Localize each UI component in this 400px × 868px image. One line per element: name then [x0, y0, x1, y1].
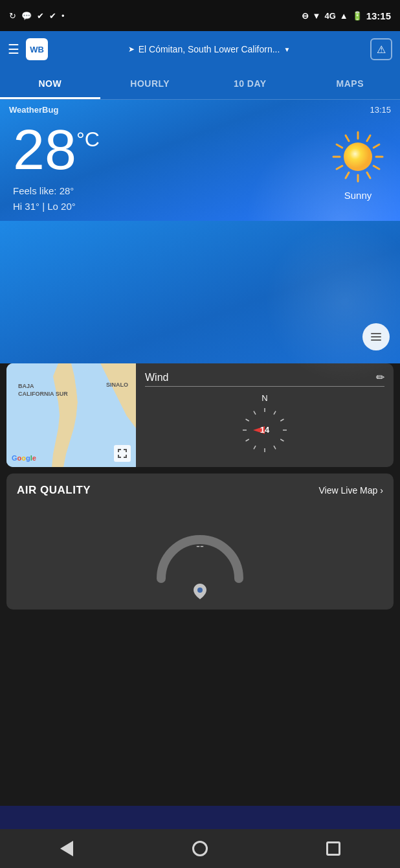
back-button[interactable] [50, 832, 83, 865]
wind-card: BAJA CALIFORNIA SUR SINALO Google Wind ✏ [6, 363, 394, 467]
4g-label: 4G [324, 11, 335, 21]
svg-point-12 [344, 143, 372, 171]
temperature-display: 28 °C [13, 121, 329, 178]
refresh-icon: ↻ [9, 11, 16, 21]
check-icon: ✔ [37, 11, 44, 21]
home-icon [192, 841, 208, 856]
svg-line-30 [246, 419, 249, 421]
tab-10day[interactable]: 10 DAY [200, 67, 300, 99]
wind-info: Wind ✏ N [136, 363, 394, 467]
dot-icon: • [61, 11, 65, 21]
tab-maps[interactable]: MAPS [300, 67, 401, 99]
wind-header: Wind ✏ [145, 371, 384, 383]
wind-title: Wind [145, 372, 168, 383]
whatsapp-icon: 💬 [21, 11, 32, 21]
aq-gauge: -- [148, 514, 252, 578]
svg-line-25 [274, 446, 276, 449]
compass-container: N [145, 393, 384, 456]
map-section: BAJA CALIFORNIA SUR SINALO Google [6, 363, 136, 467]
weather-time: 13:15 [370, 105, 391, 115]
compass: 14 [239, 404, 291, 456]
minus-circle-icon: ⊖ [302, 11, 309, 21]
aq-gauge-area: -- [17, 507, 383, 599]
location-arrow-icon: ➤ [128, 45, 135, 54]
svg-rect-13 [371, 333, 381, 334]
navigation-bar [0, 829, 400, 868]
check-icon-2: ✔ [49, 11, 56, 21]
svg-line-27 [254, 446, 256, 449]
weather-spacer [0, 221, 400, 363]
wind-edit-button[interactable]: ✏ [376, 371, 384, 383]
svg-line-10 [337, 144, 342, 148]
aq-title: AIR QUALITY [17, 484, 91, 497]
svg-line-28 [246, 439, 249, 441]
svg-line-11 [346, 135, 349, 141]
weather-main: WeatherBug 13:15 28 °C Feels like: 28° H… [0, 100, 400, 221]
status-icons-left: ↻ 💬 ✔ ✔ • [9, 11, 65, 21]
expand-icon [118, 449, 127, 458]
temp-number: 28 [13, 121, 76, 178]
svg-line-1 [367, 135, 370, 141]
tab-now[interactable]: NOW [0, 67, 100, 99]
alert-triangle-icon: ⚠ [377, 43, 386, 56]
battery-icon: 🔋 [352, 11, 362, 21]
tab-bar: NOW HOURLY 10 DAY MAPS [0, 67, 400, 100]
condition-label: Sunny [344, 190, 372, 201]
bottom-bar [0, 806, 400, 829]
chevron-right-icon: › [380, 485, 383, 496]
svg-line-24 [280, 439, 283, 441]
weather-source-row: WeatherBug 13:15 [0, 100, 400, 115]
app-logo: WB [26, 38, 48, 60]
location-area[interactable]: ➤ El Cómitan, South Lower Californ... ▼ [54, 44, 364, 54]
svg-line-7 [346, 172, 349, 178]
svg-line-5 [367, 172, 370, 178]
signal-icon: ▲ [340, 11, 348, 21]
condition-section: Sunny [329, 121, 387, 201]
sun-icon [329, 128, 387, 186]
svg-line-21 [274, 411, 276, 415]
svg-rect-15 [371, 339, 381, 341]
aq-header: AIR QUALITY View Live Map › [17, 484, 383, 497]
home-button[interactable] [184, 832, 216, 865]
view-live-map-label: View Live Map [319, 485, 378, 496]
map-expand-button[interactable] [114, 445, 131, 462]
temp-details: Feels like: 28° Hi 31° | Lo 20° [13, 183, 329, 214]
map-label-baja: BAJA CALIFORNIA SUR [18, 383, 68, 398]
list-icon [370, 330, 383, 343]
svg-line-31 [254, 411, 256, 415]
map-background: BAJA CALIFORNIA SUR SINALO Google [6, 363, 136, 467]
sun-svg [329, 128, 387, 186]
app-header: ☰ WB ➤ El Cómitan, South Lower Californ.… [0, 31, 400, 67]
view-live-map-button[interactable]: View Live Map › [319, 485, 383, 496]
svg-line-2 [373, 144, 379, 148]
hi-lo: Hi 31° | Lo 20° [13, 199, 329, 214]
location-chevron-icon: ▼ [283, 46, 290, 53]
recent-apps-icon [326, 841, 340, 856]
svg-text:14: 14 [260, 425, 270, 435]
air-quality-card: AIR QUALITY View Live Map › -- [6, 474, 394, 610]
compass-ticks-svg: 14 [239, 404, 291, 456]
wifi-icon: ▼ [313, 11, 321, 21]
location-label: El Cómitan, South Lower Californ... [139, 44, 280, 54]
alert-button[interactable]: ⚠ [370, 38, 392, 60]
back-icon [60, 841, 73, 856]
svg-line-22 [280, 419, 283, 421]
svg-rect-14 [371, 336, 381, 337]
wind-divider [145, 386, 384, 387]
list-view-button[interactable] [362, 323, 390, 350]
time-display: 13:15 [366, 10, 391, 21]
temp-unit: °C [76, 129, 100, 150]
weatherbug-label: WeatherBug [9, 105, 58, 115]
tab-hourly[interactable]: HOURLY [100, 67, 201, 99]
compass-north-label: N [261, 393, 267, 403]
temperature-section: 28 °C Feels like: 28° Hi 31° | Lo 20° [13, 121, 329, 214]
google-logo: Google [12, 454, 36, 462]
map-label-sinalo: SINALO [106, 382, 128, 388]
svg-line-4 [373, 166, 379, 169]
status-bar: ↻ 💬 ✔ ✔ • ⊖ ▼ 4G ▲ 🔋 13:15 [0, 0, 400, 31]
recent-apps-button[interactable] [317, 832, 350, 865]
svg-line-8 [337, 166, 342, 169]
weather-content: 28 °C Feels like: 28° Hi 31° | Lo 20° [0, 115, 400, 221]
feels-like: Feels like: 28° [13, 183, 329, 199]
menu-icon[interactable]: ☰ [8, 41, 19, 57]
